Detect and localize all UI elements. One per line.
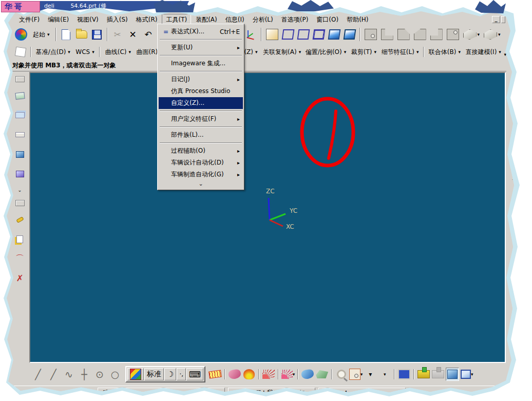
chevron-down-icon: ▾ bbox=[416, 49, 419, 54]
scrollbar-thumb[interactable] bbox=[15, 200, 25, 206]
open-file-button[interactable] bbox=[74, 27, 89, 42]
curve-comb-button[interactable] bbox=[262, 368, 275, 381]
ime-fullhalf-button[interactable]: ☽ bbox=[164, 368, 176, 380]
shaded-pair-button-active[interactable] bbox=[446, 368, 459, 381]
ime-logo-button[interactable] bbox=[127, 368, 144, 380]
menu-analysis[interactable]: 分析(L) bbox=[249, 14, 277, 25]
import-cube-icon[interactable] bbox=[14, 168, 26, 180]
feature-wedge-button[interactable] bbox=[412, 27, 428, 42]
new-file-button[interactable] bbox=[59, 27, 73, 42]
wireframe-view-button-2[interactable] bbox=[296, 27, 311, 42]
feature-bracket-button[interactable] bbox=[379, 27, 395, 42]
ime-punct-button[interactable]: ·, bbox=[177, 368, 186, 380]
detail-feature-dropdown[interactable]: 细节特征(L)▾ bbox=[379, 45, 421, 59]
menu-window[interactable]: 窗口(O) bbox=[313, 14, 342, 25]
wire-cube-icon bbox=[461, 370, 471, 379]
menu-view[interactable]: 视图(V) bbox=[73, 14, 102, 25]
save-button[interactable] bbox=[90, 27, 104, 42]
chevron-down-icon: ▾ bbox=[293, 372, 295, 377]
menu-item-part-families[interactable]: 部件族(L)... bbox=[159, 129, 243, 141]
overflow-dropdown-1[interactable]: ▾ bbox=[364, 368, 377, 381]
curvature-map-button[interactable] bbox=[242, 368, 256, 381]
key-doc-icon[interactable] bbox=[14, 233, 26, 245]
arc-button[interactable]: ┼ bbox=[77, 367, 91, 381]
feature-block-button[interactable] bbox=[363, 27, 378, 42]
overflow-chevron-icon[interactable]: ⌄ bbox=[17, 187, 22, 193]
export-cube-icon[interactable] bbox=[14, 148, 26, 160]
wireframe-cube-dropdown[interactable]: ▾ bbox=[460, 368, 473, 381]
menu-item-udf[interactable]: 用户定义特征(F) ▸ bbox=[159, 113, 243, 125]
line-button[interactable]: ╱ bbox=[46, 367, 61, 381]
surface-analysis-button[interactable] bbox=[301, 368, 314, 381]
feature-angle-button[interactable] bbox=[429, 27, 444, 42]
training-button[interactable] bbox=[512, 147, 525, 159]
curve-cross-icon[interactable]: ✗ bbox=[14, 272, 26, 284]
circle-button[interactable]: ○ bbox=[108, 367, 122, 381]
menu-item-update[interactable]: 更新(U) ▸ bbox=[159, 42, 243, 53]
printer-icon[interactable] bbox=[14, 129, 26, 141]
menu-item-vehicle-design[interactable]: 车辆设计自动化(D) ▸ bbox=[159, 157, 243, 169]
wireframe-view-button-3[interactable] bbox=[312, 27, 326, 42]
orient-view-button[interactable] bbox=[244, 27, 258, 42]
select-view-button[interactable] bbox=[264, 27, 280, 42]
visualization-button[interactable] bbox=[397, 368, 411, 381]
cut-button[interactable]: ✂ bbox=[110, 29, 125, 40]
feature-tag-button[interactable] bbox=[445, 27, 461, 42]
color-edit-button[interactable] bbox=[512, 209, 525, 221]
delete-button[interactable]: ✕ bbox=[126, 29, 140, 40]
menu-item-imageware[interactable]: Imageware 集成... bbox=[159, 58, 243, 69]
feature-iso-button-1[interactable]: ▾ bbox=[462, 27, 482, 42]
menu-insert[interactable]: 插入(S) bbox=[103, 14, 131, 25]
print-render-button[interactable] bbox=[417, 368, 430, 381]
shaded-view-button-2[interactable] bbox=[343, 27, 357, 42]
undo-button[interactable]: ↶ bbox=[141, 29, 156, 40]
key-tool-icon[interactable] bbox=[14, 213, 26, 226]
boolean-dropdown[interactable]: 联合体(B)▾ bbox=[427, 45, 463, 59]
measure-button[interactable] bbox=[208, 368, 222, 381]
reflection-analysis-button[interactable] bbox=[315, 368, 329, 381]
menu-item-process-studio[interactable]: 仿真 Process Studio bbox=[159, 85, 243, 97]
datum-point-dropdown[interactable]: 基准/点(D)▾ bbox=[34, 45, 72, 59]
sheet-icon[interactable] bbox=[14, 89, 26, 102]
minimize-button[interactable]: _ bbox=[492, 16, 500, 23]
titlebar-badge: 华哥 bbox=[1, 1, 40, 12]
direct-modeling-label: 直接建模(I) bbox=[465, 48, 497, 57]
deviation-analysis-button[interactable] bbox=[228, 368, 241, 381]
menu-preferences[interactable]: 首选项(P) bbox=[278, 14, 312, 25]
menu-file[interactable]: 文件(F) bbox=[15, 14, 43, 25]
scrollbar-arrow[interactable] bbox=[15, 76, 25, 82]
trim-dropdown[interactable]: 裁剪(T)▾ bbox=[349, 45, 379, 59]
overflow-dropdown-2[interactable]: ▾ bbox=[378, 368, 391, 381]
start-menu-button[interactable]: 起始 ▾ bbox=[30, 27, 53, 42]
sketch-button[interactable] bbox=[13, 45, 28, 59]
layers-icon[interactable] bbox=[14, 109, 26, 121]
feature-iso-button-2[interactable]: ▾ bbox=[482, 27, 502, 42]
shaded-view-button-1[interactable] bbox=[327, 27, 341, 42]
feature-iso-icon bbox=[463, 29, 477, 40]
wireframe-view-button-1[interactable] bbox=[281, 27, 295, 42]
moon-icon: ☽ bbox=[167, 370, 174, 379]
direct-modeling-dropdown[interactable]: 直接建模(I)▾ bbox=[464, 45, 503, 59]
curve-analysis-icon[interactable]: ⌒ bbox=[14, 252, 26, 265]
associative-copy-dropdown[interactable]: 关联复制(A)▾ bbox=[261, 45, 303, 59]
menu-item-journal[interactable]: 日记(J) ▸ bbox=[159, 74, 243, 85]
copy-display-button[interactable]: ▾ bbox=[349, 368, 363, 381]
menu-item-vehicle-manufacturing[interactable]: 车辆制造自动化(G) ▸ bbox=[159, 169, 243, 180]
menu-item-process-aid[interactable]: 过程辅助(O) ▸ bbox=[159, 145, 243, 157]
menu-item-customize[interactable]: 自定义(Z)... bbox=[159, 97, 243, 109]
wcs-dropdown[interactable]: WCS▾ bbox=[73, 45, 97, 59]
menu-expand-chevron[interactable]: ⌄ bbox=[159, 180, 243, 188]
restore-button-partial[interactable] bbox=[501, 16, 505, 23]
circle-center-button[interactable]: ⊙ bbox=[92, 367, 107, 381]
feature-chamfer-button[interactable] bbox=[396, 27, 411, 42]
menu-item-expressions[interactable]: = 表达式(X)... Ctrl+E bbox=[159, 26, 243, 38]
line-point-button[interactable]: ╱ bbox=[31, 367, 45, 381]
curve-dropdown[interactable]: 曲线(C)▾ bbox=[103, 45, 133, 59]
spline-button[interactable]: ∿ bbox=[62, 367, 76, 381]
ime-mode-button[interactable]: 标准 bbox=[144, 368, 164, 380]
graphics-viewport[interactable]: ZC YC XC bbox=[29, 72, 506, 363]
ime-softkbd-button[interactable]: ⌨ bbox=[186, 368, 203, 380]
offset-scale-dropdown[interactable]: 偏置/比例(O)▾ bbox=[304, 45, 348, 59]
zoom-examine-button[interactable] bbox=[335, 368, 348, 381]
comb-analysis-dropdown[interactable]: ▾ bbox=[281, 368, 295, 381]
